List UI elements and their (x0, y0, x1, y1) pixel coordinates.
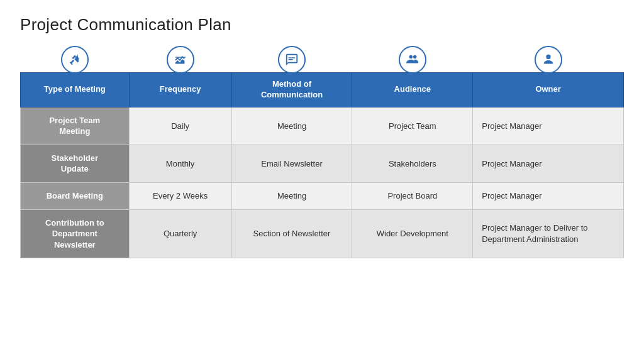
cell-audience: Stakeholders (352, 145, 473, 182)
cell-audience: Project Board (352, 182, 473, 209)
svg-rect-0 (289, 57, 296, 58)
svg-point-3 (413, 55, 417, 59)
svg-rect-1 (289, 59, 293, 60)
cell-owner: Project Manager (473, 145, 624, 182)
icon-row (21, 46, 624, 73)
col-header-freq: Frequency (129, 73, 231, 107)
col-header-audience: Audience (352, 73, 473, 107)
cell-freq: Monthly (129, 145, 231, 182)
cell-freq: Every 2 Weeks (129, 182, 231, 209)
communication-table: Type of Meeting Frequency Method ofCommu… (20, 46, 624, 258)
icon-method (231, 46, 352, 73)
cell-owner: Project Manager (473, 107, 624, 145)
cell-owner: Project Manager (473, 182, 624, 209)
table-row: StakeholderUpdate Monthly Email Newslett… (21, 145, 624, 182)
cell-method: Meeting (231, 182, 352, 209)
cell-method: Email Newsletter (231, 145, 352, 182)
col-header-owner: Owner (473, 73, 624, 107)
cell-method: Section of Newsletter (231, 209, 352, 258)
table-row: Contribution toDepartmentNewsletter Quar… (21, 209, 624, 258)
cell-freq: Daily (129, 107, 231, 145)
cell-type: Contribution toDepartmentNewsletter (21, 209, 130, 258)
cell-method: Meeting (231, 107, 352, 145)
cell-type: Board Meeting (21, 182, 130, 209)
cell-freq: Quarterly (129, 209, 231, 258)
icon-audience (352, 46, 473, 73)
header-row: Type of Meeting Frequency Method ofCommu… (21, 73, 624, 107)
svg-point-4 (546, 55, 550, 59)
cell-audience: Project Team (352, 107, 473, 145)
cell-owner: Project Manager to Deliver to Department… (473, 209, 624, 258)
cell-type: StakeholderUpdate (21, 145, 130, 182)
table-row: Board Meeting Every 2 Weeks Meeting Proj… (21, 182, 624, 209)
cell-type: Project TeamMeeting (21, 107, 130, 145)
icon-freq (129, 46, 231, 73)
svg-point-2 (409, 55, 413, 59)
table-row: Project TeamMeeting Daily Meeting Projec… (21, 107, 624, 145)
icon-type (21, 46, 130, 73)
col-header-type: Type of Meeting (21, 73, 130, 107)
cell-audience: Wider Development (352, 209, 473, 258)
icon-owner (473, 46, 624, 73)
page-title: Project Communication Plan (20, 15, 624, 35)
col-header-method: Method ofCommunication (231, 73, 352, 107)
